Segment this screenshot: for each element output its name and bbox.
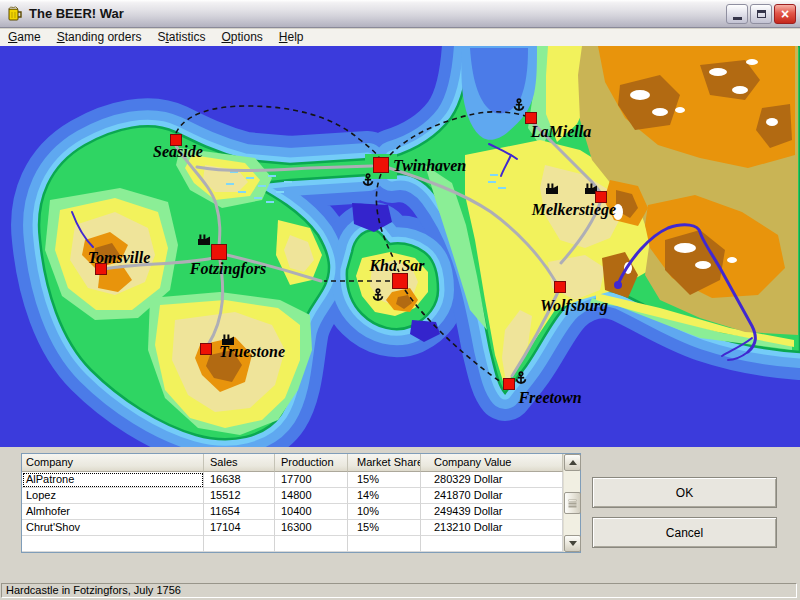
table-cell (275, 536, 348, 552)
table-cell[interactable]: 15% (348, 472, 421, 488)
town-marker[interactable] (393, 274, 408, 289)
menu-game[interactable]: Game (0, 29, 49, 46)
table-scrollbar[interactable] (563, 454, 580, 552)
status-text: Hardcastle in Fotzingfors, July 1756 (1, 583, 797, 598)
scroll-down-icon (569, 541, 577, 546)
table-cell[interactable]: 17700 (275, 472, 348, 488)
table-cell[interactable]: 10% (348, 504, 421, 520)
world-map[interactable]: SeasideTwinhavenLaMiellaMelkerstiegeToms… (0, 46, 800, 447)
table-cell (204, 536, 275, 552)
beer-mug-icon (6, 5, 24, 23)
town-label: Twinhaven (393, 157, 466, 174)
scroll-up-button[interactable] (564, 454, 581, 471)
table-cell[interactable]: 14800 (275, 488, 348, 504)
town-label: Kha'Sar (368, 257, 425, 274)
table-cell[interactable]: 241870 Dollar (421, 488, 563, 504)
table-cell (22, 536, 204, 552)
close-button[interactable]: × (774, 4, 796, 24)
window-title: The BEER! War (29, 6, 124, 21)
table-row (22, 536, 563, 552)
table-cell[interactable]: Almhofer (22, 504, 204, 520)
table-cell[interactable]: AlPatrone (22, 472, 204, 488)
town-marker[interactable] (212, 245, 227, 260)
town-marker[interactable] (504, 379, 515, 390)
scrollbar-thumb[interactable] (564, 492, 581, 514)
town-marker[interactable] (201, 344, 212, 355)
menu-options[interactable]: Options (213, 29, 270, 46)
restore-icon (757, 10, 766, 18)
table-cell[interactable]: 16638 (204, 472, 275, 488)
table-row[interactable]: Almhofer116541040010%249439 Dollar (22, 504, 563, 520)
table-cell[interactable]: Chrut'Shov (22, 520, 204, 536)
menu-statistics[interactable]: Statistics (149, 29, 213, 46)
table-row[interactable]: Lopez155121480014%241870 Dollar (22, 488, 563, 504)
town-label: Truestone (219, 343, 285, 360)
table-cell[interactable]: 11654 (204, 504, 275, 520)
town-marker[interactable] (526, 113, 537, 124)
table-cell[interactable]: 15512 (204, 488, 275, 504)
bottom-panel: CompanySalesProductionMarket ShareCompan… (0, 447, 800, 581)
town-label: LaMiella (530, 123, 591, 140)
table-header-row[interactable]: CompanySalesProductionMarket ShareCompan… (22, 454, 563, 472)
column-header[interactable]: Company (22, 454, 204, 472)
town-marker[interactable] (374, 158, 389, 173)
scroll-up-icon (569, 460, 577, 465)
table-cell[interactable]: 17104 (204, 520, 275, 536)
minimize-icon (733, 17, 742, 20)
scroll-down-button[interactable] (564, 535, 581, 552)
table-cell (421, 536, 563, 552)
table-cell[interactable]: 213210 Dollar (421, 520, 563, 536)
town-marker[interactable] (555, 282, 566, 293)
menu-bar: GameStanding ordersStatisticsOptionsHelp (0, 29, 800, 46)
town-label: Seaside (153, 143, 203, 160)
table-cell[interactable]: 16300 (275, 520, 348, 536)
menu-standing-orders[interactable]: Standing orders (49, 29, 150, 46)
menu-help[interactable]: Help (271, 29, 312, 46)
app-window: { "window": { "title": "The BEER! War" }… (0, 0, 800, 600)
town-label: Melkerstiege (531, 201, 616, 219)
column-header[interactable]: Market Share (348, 454, 421, 472)
status-bar: Hardcastle in Fotzingfors, July 1756 (0, 581, 800, 600)
column-header[interactable]: Sales (204, 454, 275, 472)
table-cell[interactable]: 15% (348, 520, 421, 536)
table-row[interactable]: AlPatrone166381770015%280329 Dollar (22, 472, 563, 488)
table-cell[interactable]: 10400 (275, 504, 348, 520)
town-label: Tomsville (88, 249, 151, 266)
restore-button[interactable] (750, 4, 772, 24)
minimize-button[interactable] (726, 4, 748, 24)
table-cell[interactable]: Lopez (22, 488, 204, 504)
column-header[interactable]: Company Value (421, 454, 563, 472)
town-label: Wolfsburg (540, 297, 608, 315)
table-cell[interactable]: 14% (348, 488, 421, 504)
column-header[interactable]: Production (275, 454, 348, 472)
table-cell[interactable]: 249439 Dollar (421, 504, 563, 520)
table-row[interactable]: Chrut'Shov171041630015%213210 Dollar (22, 520, 563, 536)
company-table: CompanySalesProductionMarket ShareCompan… (21, 453, 581, 553)
cancel-button[interactable]: Cancel (592, 517, 777, 548)
town-twinhaven: Twinhaven (374, 157, 467, 174)
ok-button[interactable]: OK (592, 477, 777, 508)
table-cell[interactable]: 280329 Dollar (421, 472, 563, 488)
town-label: Freetown (517, 389, 581, 406)
town-label: Fotzingfors (189, 260, 266, 278)
table-cell (348, 536, 421, 552)
close-icon: × (781, 7, 789, 21)
title-bar: The BEER! War × (0, 0, 800, 28)
map-area: SeasideTwinhavenLaMiellaMelkerstiegeToms… (0, 46, 800, 447)
